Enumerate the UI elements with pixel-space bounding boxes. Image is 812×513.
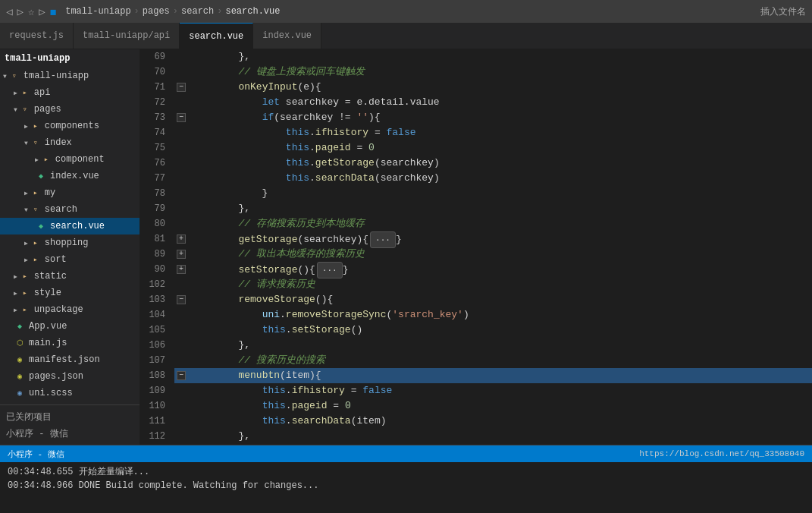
- css-icon: ◉: [14, 387, 26, 399]
- line-number: 104: [140, 307, 174, 323]
- chevron-down-icon: [14, 104, 17, 115]
- line-number: 72: [140, 95, 174, 110]
- line-number: 76: [140, 156, 174, 171]
- line-gutter: [174, 201, 188, 216]
- line-number: 73: [140, 110, 174, 125]
- line-content: // 请求搜索历史: [188, 277, 812, 292]
- folder-open-icon: ▿: [30, 137, 42, 149]
- sidebar-item-label: my: [45, 187, 55, 198]
- insert-filename-button[interactable]: 插入文件名: [760, 5, 806, 18]
- sidebar-item-my[interactable]: ▸my: [0, 184, 140, 201]
- sidebar-item-tmall-uniapp[interactable]: ▿tmall-uniapp: [0, 68, 140, 84]
- tab-search-vue[interactable]: search.vue: [180, 23, 253, 49]
- sidebar-item-label: pages: [34, 104, 61, 115]
- run-icon[interactable]: ▷: [39, 5, 45, 18]
- chevron-right-icon: [35, 154, 39, 165]
- sidebar-item-components[interactable]: ▸components: [0, 118, 140, 134]
- sidebar-project-root[interactable]: tmall-uniapp: [0, 49, 140, 68]
- sidebar-item-shopping[interactable]: ▸shopping: [0, 234, 140, 251]
- line-content: onKeyInput(e){: [188, 80, 812, 95]
- fold-expand-icon[interactable]: +: [177, 234, 186, 244]
- sidebar-item-pages-json[interactable]: ◉pages.json: [0, 368, 140, 385]
- code-line-81: 81+ getStorage(searchkey){···}: [140, 231, 812, 247]
- sidebar-item-search-vue[interactable]: ◆search.vue: [0, 218, 140, 234]
- sidebar-item-api[interactable]: ▸api: [0, 84, 140, 101]
- back-icon[interactable]: ◁: [6, 5, 12, 18]
- sidebar-item-label: main.js: [29, 338, 67, 348]
- line-number: 80: [140, 216, 174, 231]
- line-content: if(searchkey != ''){: [188, 110, 812, 125]
- line-content: menubtn(item){: [188, 368, 812, 383]
- mini-program-label: 小程序 - 微信: [0, 425, 140, 442]
- line-content: getStorage(searchkey){···}: [188, 231, 812, 247]
- json-icon: ◉: [14, 354, 26, 366]
- code-line-110: 110 this.pageid = 0: [140, 398, 812, 414]
- forward-icon[interactable]: ▷: [17, 5, 23, 18]
- sidebar-item-uni-scss[interactable]: ◉uni.scss: [0, 385, 140, 401]
- sidebar-item-component[interactable]: ▸component: [0, 151, 140, 168]
- sidebar-item-pages[interactable]: ▿pages: [0, 101, 140, 118]
- fold-expand-icon[interactable]: +: [177, 250, 186, 259]
- bookmark-icon[interactable]: ☆: [28, 5, 34, 18]
- fold-collapse-icon[interactable]: −: [177, 371, 186, 380]
- code-line-111: 111 this.searchData(item): [140, 414, 812, 429]
- chevron-right-icon: [24, 238, 28, 248]
- chevron-right-icon: [14, 288, 17, 298]
- code-line-108: 108− menubtn(item){: [140, 368, 812, 383]
- sidebar-item-label: index.vue: [50, 171, 99, 181]
- sidebar-item-index-vue[interactable]: ◆index.vue: [0, 168, 140, 184]
- line-gutter: −: [174, 368, 188, 383]
- csdn-link[interactable]: https://blog.csdn.net/qq_33508040: [639, 449, 804, 458]
- sidebar-item-app-vue[interactable]: ◆App.vue: [0, 318, 140, 335]
- line-number: 71: [140, 80, 174, 95]
- sidebar-item-sort[interactable]: ▸sort: [0, 251, 140, 268]
- line-gutter: −: [174, 292, 188, 307]
- code-line-89: 89+ // 取出本地缓存的搜索历史: [140, 247, 812, 262]
- fold-collapse-icon[interactable]: −: [177, 83, 186, 92]
- code-line-77: 77 this.searchData(searchkey): [140, 171, 812, 186]
- line-gutter: [174, 49, 188, 65]
- folder-icon: ▸: [30, 253, 42, 266]
- code-line-106: 106 },: [140, 338, 812, 353]
- sidebar-item-main-js[interactable]: ⬡main.js: [0, 335, 140, 351]
- sidebar-item-label: App.vue: [29, 321, 67, 332]
- app-icon[interactable]: ◼: [50, 5, 56, 18]
- tab-label: search.vue: [189, 31, 243, 42]
- folder-icon: ▸: [19, 287, 31, 299]
- tab-index-vue[interactable]: index.vue: [253, 23, 321, 49]
- line-gutter: [174, 429, 188, 444]
- sidebar-item-label: unpackage: [34, 304, 83, 315]
- fold-expand-icon[interactable]: +: [177, 265, 186, 274]
- folder-icon: ▸: [30, 237, 42, 249]
- code-line-80: 80 // 存储搜索历史到本地缓存: [140, 216, 812, 231]
- code-line-79: 79 },: [140, 201, 812, 216]
- editor-area[interactable]: 69 },70 // 键盘上搜索或回车键触发71− onKeyInput(e){…: [140, 49, 812, 445]
- line-number: 109: [140, 383, 174, 398]
- code-line-70: 70 // 键盘上搜索或回车键触发: [140, 65, 812, 80]
- bottom-area: 小程序 - 微信 https://blog.csdn.net/qq_335080…: [0, 445, 812, 513]
- chevron-down-icon: [24, 204, 28, 215]
- folder-icon: ▸: [19, 304, 31, 316]
- fold-collapse-icon[interactable]: −: [177, 295, 186, 304]
- breadcrumb: tmall-uniapp › pages › search › search.v…: [65, 6, 280, 17]
- sidebar-item-unpackage[interactable]: ▸unpackage: [0, 301, 140, 318]
- tab-request-js[interactable]: request.js: [0, 23, 74, 49]
- line-gutter: −: [174, 110, 188, 125]
- sidebar-item-static[interactable]: ▸static: [0, 268, 140, 285]
- sidebar-item-search[interactable]: ▿search: [0, 201, 140, 218]
- sidebar-item-style[interactable]: ▸style: [0, 285, 140, 301]
- breadcrumb-project: tmall-uniapp: [65, 6, 130, 17]
- line-content: },: [188, 49, 812, 65]
- line-gutter: +: [174, 231, 188, 247]
- code-line-75: 75 this.pageid = 0: [140, 140, 812, 156]
- tab-tmall-api[interactable]: tmall-uniapp/api: [74, 23, 180, 49]
- sidebar-item-label: pages.json: [29, 371, 83, 382]
- fold-collapse-icon[interactable]: −: [177, 113, 186, 122]
- tab-label: tmall-uniapp/api: [83, 30, 170, 41]
- sidebar-item-index[interactable]: ▿index: [0, 134, 140, 151]
- sidebar-item-label: uni.scss: [29, 388, 73, 398]
- code-line-78: 78 }: [140, 186, 812, 201]
- sidebar-item-label: search: [45, 204, 77, 215]
- line-number: 89: [140, 247, 174, 262]
- sidebar-item-manifest-json[interactable]: ◉manifest.json: [0, 351, 140, 368]
